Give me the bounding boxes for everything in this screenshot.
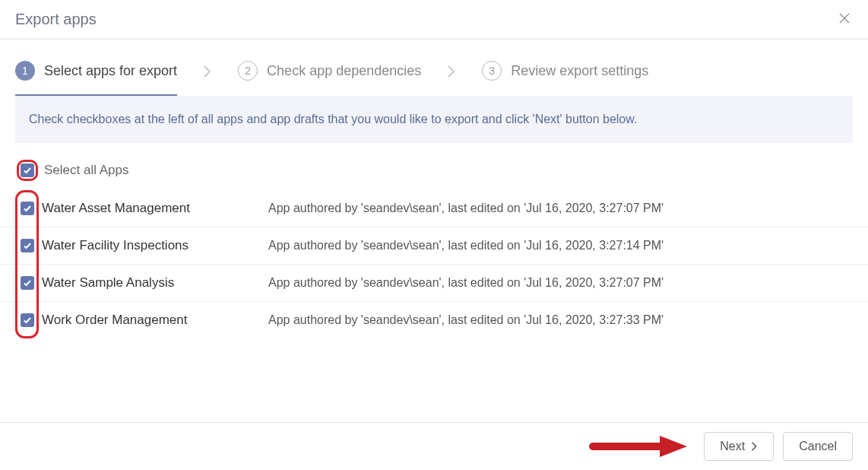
cancel-button[interactable]: Cancel [783,432,853,461]
app-meta: App authored by 'seandev\sean', last edi… [268,239,664,252]
chevron-right-icon [751,441,758,452]
app-checkbox[interactable] [21,239,34,252]
select-all-checkbox[interactable] [21,164,34,177]
list-item: Water Asset Management App authored by '… [0,190,868,227]
check-icon [23,316,32,325]
app-meta: App authored by 'seandev\sean', last edi… [268,276,664,290]
check-icon [23,278,32,287]
next-button-label: Next [720,440,745,453]
next-button[interactable]: Next [704,432,774,461]
close-icon [838,11,851,25]
step-number: 1 [15,61,35,81]
list-item: Work Order Management App authored by 's… [0,302,868,338]
step-number: 2 [238,61,258,81]
annotation-arrow-icon [588,433,687,460]
app-name: Water Sample Analysis [42,275,261,291]
step-select-apps[interactable]: 1 Select apps for export [15,61,177,96]
check-icon [23,166,32,175]
app-meta: App authored by 'seandev\sean', last edi… [268,202,664,215]
check-icon [23,204,32,213]
list-item: Water Sample Analysis App authored by 's… [0,265,868,302]
dialog-title: Export apps [15,11,97,28]
instruction-panel: Check checkboxes at the left of all apps… [15,96,853,143]
app-checkbox[interactable] [21,313,34,327]
app-name: Water Facility Inspections [42,238,261,253]
wizard-steps: 1 Select apps for export 2 Check app dep… [0,61,868,96]
dialog-header: Export apps [0,0,868,40]
dialog-footer: Next Cancel [0,422,868,470]
step-label: Check app dependencies [267,63,421,79]
app-checkbox[interactable] [21,276,34,290]
cancel-button-label: Cancel [799,440,837,453]
chevron-right-icon [447,65,456,78]
step-number: 3 [482,61,502,81]
app-name: Water Asset Management [42,201,261,216]
select-all-label: Select all Apps [44,163,129,178]
annotation-highlight [17,160,38,181]
svg-marker-3 [660,436,687,457]
apps-list: Water Asset Management App authored by '… [0,190,868,338]
chevron-right-icon [203,65,212,78]
step-label: Select apps for export [44,63,177,79]
app-meta: App authored by 'seandev\sean', last edi… [268,313,664,327]
select-all-row: Select all Apps [0,143,868,190]
list-item: Water Facility Inspections App authored … [0,227,868,265]
check-icon [23,241,32,250]
step-review-settings[interactable]: 3 Review export settings [482,61,648,96]
step-label: Review export settings [511,63,648,79]
step-check-dependencies[interactable]: 2 Check app dependencies [238,61,421,96]
close-button[interactable] [838,11,851,28]
app-checkbox[interactable] [21,202,34,215]
app-name: Work Order Management [42,313,261,328]
